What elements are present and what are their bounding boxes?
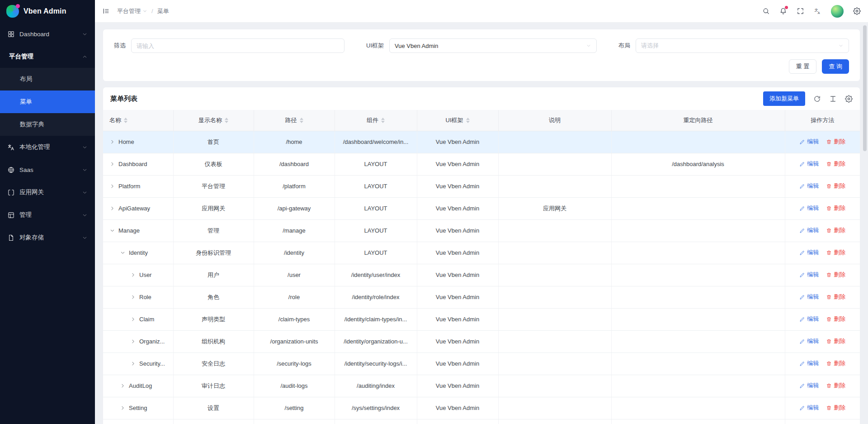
- sidebar-item[interactable]: Dashboard: [0, 23, 95, 45]
- fullscreen-icon[interactable]: [797, 7, 804, 15]
- delete-button[interactable]: 删除: [826, 381, 845, 390]
- sort-icon[interactable]: [381, 118, 385, 123]
- delete-button[interactable]: 删除: [826, 293, 845, 301]
- delete-button[interactable]: 删除: [826, 248, 845, 257]
- table-row[interactable]: Home首页/home/dashboard/welcome/in...Vue V…: [103, 131, 860, 153]
- edit-button[interactable]: 编辑: [799, 337, 819, 345]
- breadcrumb-item[interactable]: 平台管理: [117, 7, 147, 15]
- column-header[interactable]: 组件: [335, 110, 417, 131]
- expand-icon[interactable]: [130, 294, 136, 300]
- expand-icon[interactable]: [109, 183, 115, 189]
- table-row[interactable]: ApiGateway应用网关/api-gatewayLAYOUTVue Vben…: [103, 197, 860, 219]
- edit-button[interactable]: 编辑: [799, 293, 819, 301]
- edit-button[interactable]: 编辑: [799, 381, 819, 390]
- notifications-button[interactable]: [779, 7, 787, 15]
- column-header[interactable]: 名称: [103, 110, 173, 131]
- delete-button[interactable]: 删除: [826, 160, 845, 168]
- refresh-icon[interactable]: [813, 95, 821, 103]
- edit-button[interactable]: 编辑: [799, 315, 819, 323]
- column-header[interactable]: UI框架: [417, 110, 498, 131]
- table-row[interactable]: AuditLog审计日志/audit-logs/auditing/indexVu…: [103, 375, 860, 397]
- sidebar-subitem[interactable]: 菜单: [0, 91, 95, 113]
- framework-select[interactable]: Vue Vben Admin: [389, 38, 597, 53]
- delete-button[interactable]: 删除: [826, 226, 845, 234]
- sidebar-item[interactable]: Saas: [0, 158, 95, 181]
- edit-button[interactable]: 编辑: [799, 404, 819, 412]
- layout-select[interactable]: 请选择: [636, 38, 849, 53]
- delete-button[interactable]: 删除: [826, 182, 845, 190]
- delete-button[interactable]: 删除: [826, 315, 845, 323]
- trash-icon: [826, 228, 832, 233]
- table-row[interactable]: Manage管理/manageLAYOUTVue Vben Admin编辑删除: [103, 219, 860, 242]
- expand-icon[interactable]: [109, 205, 115, 211]
- column-header[interactable]: 显示名称: [173, 110, 254, 131]
- table-row[interactable]: Security...安全日志/security-logs/identity/s…: [103, 353, 860, 375]
- app-logo[interactable]: Vben Admin: [0, 0, 95, 23]
- table-row[interactable]: Identity身份标识管理/identityLAYOUTVue Vben Ad…: [103, 242, 860, 264]
- breadcrumb: 平台管理 / 菜单: [117, 7, 169, 15]
- expand-icon[interactable]: [120, 405, 126, 411]
- search-icon[interactable]: [762, 7, 770, 15]
- sidebar-item[interactable]: 管理: [0, 204, 95, 226]
- expand-icon[interactable]: [130, 361, 136, 367]
- table-row[interactable]: User用户/user/identity/user/indexVue Vben …: [103, 264, 860, 286]
- expand-icon[interactable]: [130, 316, 136, 322]
- expand-icon[interactable]: [130, 338, 136, 344]
- edit-button[interactable]: 编辑: [799, 160, 819, 168]
- table-row[interactable]: Dashboard仪表板/dashboardLAYOUTVue Vben Adm…: [103, 153, 860, 175]
- search-button[interactable]: 查 询: [822, 59, 849, 74]
- scrollbar[interactable]: [863, 25, 867, 151]
- sort-icon[interactable]: [124, 118, 127, 123]
- row-height-icon[interactable]: [829, 95, 837, 103]
- expand-icon[interactable]: [109, 228, 115, 233]
- sidebar-item[interactable]: 本地化管理: [0, 136, 95, 158]
- framework-cell: Vue Vben Admin: [417, 197, 498, 219]
- expand-icon[interactable]: [120, 383, 126, 389]
- edit-button[interactable]: 编辑: [799, 271, 819, 279]
- table-row[interactable]: Role角色/role/identity/role/indexVue Vben …: [103, 286, 860, 308]
- sort-icon[interactable]: [466, 118, 470, 123]
- menu-fold-icon[interactable]: [102, 7, 110, 15]
- edit-button[interactable]: 编辑: [799, 204, 819, 212]
- delete-button[interactable]: 删除: [826, 404, 845, 412]
- table-row[interactable]: Claim声明类型/claim-types/identity/claim-typ…: [103, 308, 860, 330]
- sidebar-subitem[interactable]: 布局: [0, 68, 95, 91]
- edit-button[interactable]: 编辑: [799, 248, 819, 257]
- expand-icon[interactable]: [109, 139, 115, 145]
- table-row[interactable]: Organiz...组织机构/organization-units/identi…: [103, 330, 860, 353]
- settings-gear-icon[interactable]: [853, 7, 861, 15]
- delete-button[interactable]: 删除: [826, 204, 845, 212]
- name-cell: Claim: [103, 308, 173, 330]
- delete-button[interactable]: 删除: [826, 271, 845, 279]
- sort-icon[interactable]: [225, 118, 228, 123]
- add-menu-button[interactable]: 添加新菜单: [763, 91, 805, 106]
- keyword-input[interactable]: [131, 38, 344, 53]
- sidebar-item[interactable]: 应用网关: [0, 181, 95, 204]
- sidebar-item[interactable]: 平台管理: [0, 45, 95, 68]
- breadcrumb-item-current[interactable]: 菜单: [157, 7, 169, 15]
- edit-button[interactable]: 编辑: [799, 182, 819, 190]
- delete-button[interactable]: 删除: [826, 337, 845, 345]
- framework-cell: Vue Vben Admin: [417, 330, 498, 353]
- table-row[interactable]: Setting设置/setting/sys/settings/indexVue …: [103, 397, 860, 419]
- path-cell: /identity: [254, 242, 335, 264]
- delete-button[interactable]: 删除: [826, 359, 845, 367]
- edit-button[interactable]: 编辑: [799, 138, 819, 146]
- avatar[interactable]: [831, 5, 844, 18]
- sidebar-subitem[interactable]: 数据字典: [0, 113, 95, 136]
- expand-icon[interactable]: [109, 161, 115, 167]
- chevron-down-icon: [82, 31, 88, 37]
- language-icon[interactable]: 文A: [814, 7, 821, 15]
- column-header[interactable]: 路径: [254, 110, 335, 131]
- description-cell: [498, 397, 611, 419]
- expand-icon[interactable]: [120, 250, 126, 256]
- delete-button[interactable]: 删除: [826, 138, 845, 146]
- column-settings-icon[interactable]: [845, 95, 853, 103]
- reset-button[interactable]: 重 置: [789, 59, 817, 74]
- sort-icon[interactable]: [300, 118, 303, 123]
- edit-button[interactable]: 编辑: [799, 226, 819, 234]
- expand-icon[interactable]: [130, 272, 136, 278]
- sidebar-item[interactable]: 对象存储: [0, 226, 95, 249]
- table-row[interactable]: Platform平台管理/platformLAYOUTVue Vben Admi…: [103, 175, 860, 197]
- edit-button[interactable]: 编辑: [799, 359, 819, 367]
